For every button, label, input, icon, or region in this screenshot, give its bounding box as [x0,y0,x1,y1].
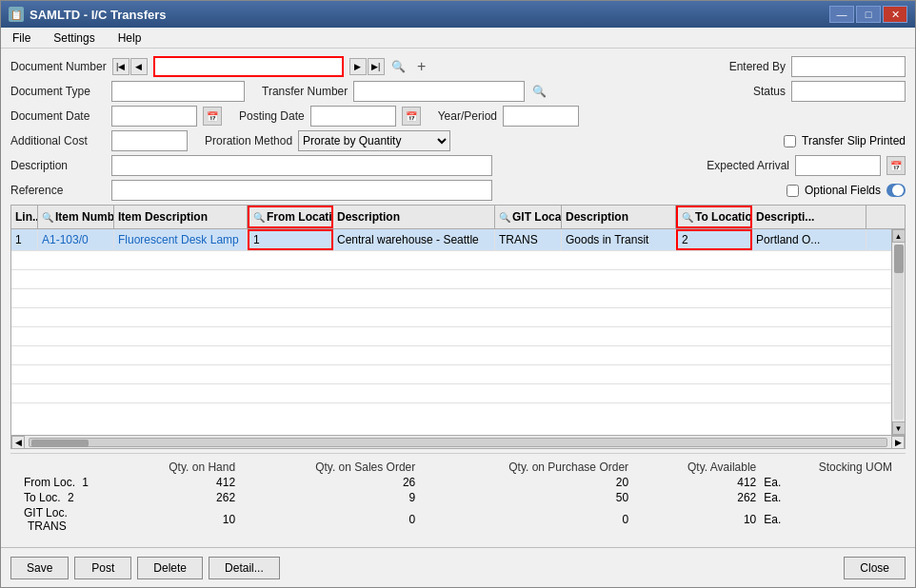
transfer-number-label: Transfer Number [262,85,348,98]
col-header-from-location: 🔍 From Location [248,206,333,228]
cell-from-location[interactable]: 1 [248,229,333,250]
scroll-up-button[interactable]: ▲ [892,229,906,243]
transfer-slip-checkbox[interactable] [784,135,796,147]
git-location-search-icon[interactable]: 🔍 [499,212,510,223]
expected-arrival-calendar[interactable]: 📅 [886,156,906,175]
year-period-label: Year/Period [438,109,497,123]
posting-date-input[interactable]: 20-03-2019 [310,106,396,127]
summary-to-qty-hand: 262 [115,490,239,505]
title-bar: 📋 SAMLTD - I/C Transfers — □ ✕ [1,1,915,28]
cell-line-value: 1 [15,233,22,246]
cell-line: 1 [11,229,38,250]
status-input[interactable]: Entered [791,81,906,102]
save-button[interactable]: Save [10,557,69,579]
button-bar: Save Post Delete Detail... Close [1,547,915,587]
to-location-search-icon[interactable]: 🔍 [682,212,693,223]
document-type-input[interactable]: Transit Transfer [111,81,245,102]
close-button[interactable]: Close [844,557,906,579]
cell-description3: Portland O... [752,229,866,250]
table-row [11,270,891,289]
document-date-label: Document Date [10,109,106,123]
cell-item-description: Fluorescent Desk Lamp [114,229,248,250]
cell-description1: Central warehouse - Seattle [333,229,495,250]
scroll-track [894,245,904,420]
scrollbar-header-spacer [866,206,880,228]
col-header-line: Lin... [11,206,38,228]
col-desc2-label: Description [566,210,628,224]
description-row: Description Expected Arrival 20-03-2019 … [10,155,906,176]
summary-from-qty-hand: 412 [115,475,239,490]
table-row [11,308,891,327]
col-git-loc-label: GIT Location [512,210,562,224]
grid-body[interactable]: 1 A1-103/0 Fluorescent Desk Lamp 1 Centr [11,229,891,435]
year-period-input[interactable]: 2019 - 03 [503,106,579,127]
close-window-button[interactable]: ✕ [883,6,907,23]
summary-row-to: To Loc. 2 262 9 50 262 Ea. [20,490,896,505]
menu-help[interactable]: Help [110,29,149,47]
cell-desc3-value: Portland O... [756,233,820,246]
proration-method-label: Proration Method [205,134,292,147]
summary-git-qty-hand: 10 [115,505,239,534]
grid-vertical-scrollbar[interactable]: ▲ ▼ [891,229,905,435]
proration-method-select[interactable]: Prorate by Quantity Prorate by Cost No P… [298,130,450,151]
transfer-search-button[interactable]: 🔍 [530,83,548,100]
scroll-right-button[interactable]: ▶ [891,436,905,449]
additional-cost-input[interactable]: 0.00 [111,130,188,151]
entered-by-input[interactable]: ADMIN [791,56,906,77]
app-icon: 📋 [9,7,24,22]
from-location-search-icon[interactable]: 🔍 [253,212,265,223]
nav-next-button[interactable]: ▶ [349,58,367,75]
document-date-calendar[interactable]: 📅 [203,107,222,126]
nav-last-button[interactable]: ▶| [368,58,385,75]
maximize-button[interactable]: □ [856,6,881,23]
toggle-knob [892,185,904,196]
summary-header-qty-sales: Qty. on Sales Order [239,460,419,475]
posting-date-calendar[interactable]: 📅 [402,107,421,126]
cell-from-loc-value: 1 [253,233,260,246]
col-header-item-description: Item Description [114,206,248,228]
detail-button[interactable]: Detail... [209,557,280,579]
scroll-left-button[interactable]: ◀ [11,436,25,449]
document-search-button[interactable]: 🔍 [390,58,408,75]
cell-desc1-value: Central warehouse - Seattle [337,233,479,246]
summary-git-qty-avail: 10 [632,505,760,534]
cell-to-location[interactable]: 2 [676,229,752,250]
description-input[interactable] [111,155,492,176]
scroll-down-button[interactable]: ▼ [892,421,906,435]
nav-prev-button[interactable]: ◀ [130,58,148,75]
menu-bar: File Settings Help [1,28,915,49]
entered-by-label: Entered By [729,60,786,73]
cell-item-desc-value: Fluorescent Desk Lamp [118,233,239,246]
summary-git-qty-purchase: 0 [419,505,632,534]
status-label: Status [753,85,786,98]
form-content: Document Number |◀ ◀ ICT-000000000001 ▶ … [1,49,915,547]
nav-first-button[interactable]: |◀ [112,58,129,75]
optional-fields-toggle[interactable] [886,184,906,197]
dates-row: Document Date 20-03-2019 📅 Posting Date … [10,106,906,127]
transfer-number-input[interactable] [353,81,525,102]
table-row [11,251,891,270]
delete-button[interactable]: Delete [137,557,203,579]
document-date-input[interactable]: 20-03-2019 [111,106,197,127]
item-number-search-icon[interactable]: 🔍 [42,212,53,223]
action-buttons-left: Save Post Delete Detail... [10,557,280,579]
summary-git-uom: Ea. [760,505,896,534]
summary-to-uom: Ea. [760,490,896,505]
table-row[interactable]: 1 A1-103/0 Fluorescent Desk Lamp 1 Centr [11,229,891,251]
optional-fields-checkbox[interactable] [787,185,799,197]
expected-arrival-input[interactable]: 20-03-2019 [795,155,881,176]
horizontal-scroll-track[interactable] [29,438,887,447]
action-buttons-right: Close [844,557,906,579]
add-document-button[interactable]: + [413,58,430,75]
reference-input[interactable] [111,180,492,201]
menu-file[interactable]: File [5,29,38,47]
minimize-button[interactable]: — [829,6,854,23]
menu-settings[interactable]: Settings [46,29,102,47]
summary-header-qty-purchase: Qty. on Purchase Order [419,460,632,475]
transfer-slip-label: Transfer Slip Printed [802,134,906,147]
grid-horizontal-scrollbar[interactable]: ◀ ▶ [11,435,905,448]
nav-buttons-right: ▶ ▶| [349,58,385,75]
summary-to-label: To Loc. 2 [20,490,115,505]
post-button[interactable]: Post [74,557,131,579]
document-number-input[interactable]: ICT-000000000001 [153,56,344,77]
